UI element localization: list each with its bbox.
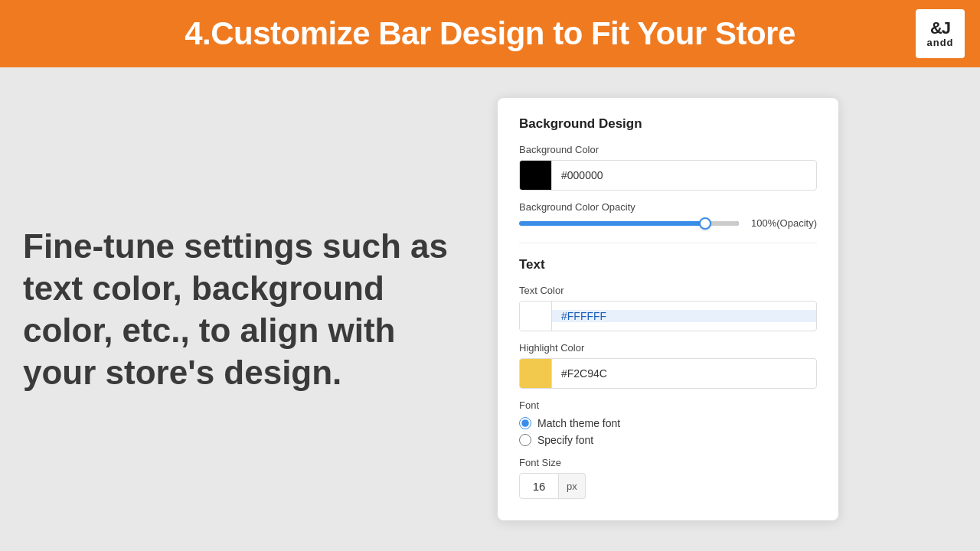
font-match-row: Match theme font	[519, 417, 817, 429]
font-section: Font Match theme font Specify font	[519, 399, 817, 446]
text-color-swatch	[520, 302, 552, 331]
bg-section-title: Background Design	[519, 116, 817, 132]
text-color-input[interactable]: #FFFFFF	[519, 301, 817, 331]
slider-track	[519, 221, 739, 226]
bg-opacity-label: Background Color Opacity	[519, 201, 817, 213]
divider	[519, 243, 817, 243]
text-color-value[interactable]: #FFFFFF	[552, 310, 816, 322]
font-match-label: Match theme font	[537, 417, 620, 429]
font-specify-radio[interactable]	[519, 434, 531, 446]
logo: &J andd	[916, 9, 965, 58]
page-title: 4.Customize Bar Design to Fit Your Store	[185, 15, 795, 52]
bg-opacity-row: 100%(Opacity)	[519, 217, 817, 229]
highlight-color-swatch	[520, 359, 552, 388]
slider-thumb	[699, 217, 711, 230]
description-text: Fine-tune settings such as text color, b…	[23, 225, 467, 393]
opacity-slider[interactable]	[519, 221, 739, 226]
text-section: Text Text Color #FFFFFF Highlight Color …	[519, 257, 817, 499]
highlight-color-value[interactable]: #F2C94C	[552, 367, 816, 380]
bg-design-section: Background Design Background Color #0000…	[519, 116, 817, 229]
header: 4.Customize Bar Design to Fit Your Store…	[0, 0, 980, 67]
bg-color-swatch	[520, 161, 552, 190]
font-label: Font	[519, 399, 817, 411]
bg-color-value[interactable]: #000000	[552, 169, 816, 181]
font-specify-row: Specify font	[519, 434, 817, 446]
text-color-label: Text Color	[519, 285, 817, 296]
bg-color-label: Background Color	[519, 144, 817, 155]
font-size-label: Font Size	[519, 457, 817, 468]
text-section-title: Text	[519, 257, 817, 272]
font-specify-label: Specify font	[537, 434, 593, 446]
font-match-radio[interactable]	[519, 417, 531, 429]
logo-top: &J	[930, 20, 950, 37]
slider-track-gray	[708, 221, 739, 226]
font-size-unit: px	[559, 473, 586, 499]
highlight-color-label: Highlight Color	[519, 342, 817, 354]
font-size-row: 16 px	[519, 473, 817, 499]
highlight-color-input[interactable]: #F2C94C	[519, 358, 817, 389]
main-content: Fine-tune settings such as text color, b…	[0, 67, 980, 551]
left-description: Fine-tune settings such as text color, b…	[23, 225, 467, 393]
opacity-value: 100%(Opacity)	[748, 217, 817, 229]
bg-color-input[interactable]: #000000	[519, 160, 817, 191]
logo-bottom: andd	[926, 37, 953, 48]
font-size-input[interactable]: 16	[519, 473, 559, 499]
settings-panel: Background Design Background Color #0000…	[498, 98, 838, 520]
font-size-value: 16	[533, 480, 546, 493]
